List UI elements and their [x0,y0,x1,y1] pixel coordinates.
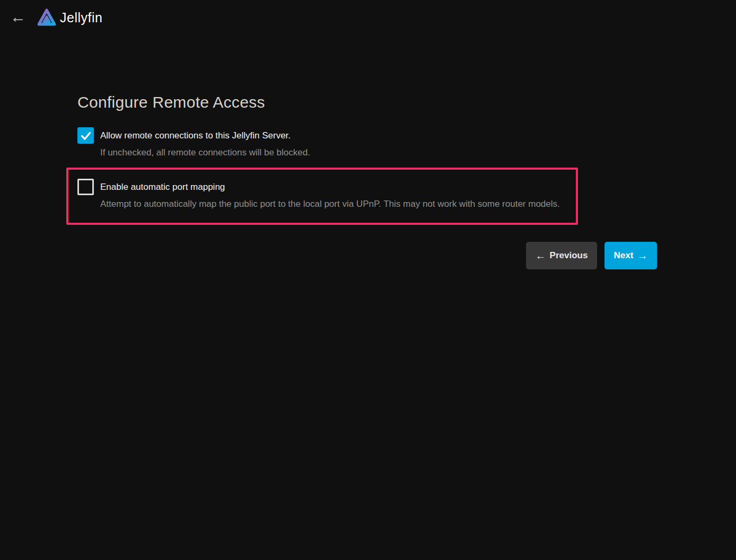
setup-wizard-page: ← Jellyfin Configure Remote Access Allow… [0,0,736,560]
arrow-right-icon: → [637,250,647,261]
jellyfin-logo-icon [35,5,58,30]
arrow-back-icon: ← [10,9,26,25]
automatic-port-mapping-label[interactable]: Enable automatic port mapping [100,182,225,192]
next-button-label: Next [614,250,634,261]
automatic-port-mapping-checkbox[interactable] [77,179,94,195]
next-button[interactable]: Next → [604,242,657,269]
checkmark-icon [80,129,92,142]
page-title: Configure Remote Access [77,93,265,111]
option-automatic-port-mapping: Enable automatic port mapping Attempt to… [77,179,560,209]
allow-remote-connections-checkbox[interactable] [77,127,94,144]
previous-button[interactable]: ← Previous [526,242,597,269]
automatic-port-mapping-description: Attempt to automatically map the public … [100,199,560,209]
back-button[interactable]: ← [7,6,29,28]
app-title: Jellyfin [60,10,102,25]
arrow-left-icon: ← [536,250,546,261]
option-allow-remote-connections: Allow remote connections to this Jellyfi… [77,127,310,158]
wizard-nav-buttons: ← Previous Next → [526,242,657,269]
previous-button-label: Previous [550,250,588,261]
allow-remote-connections-label[interactable]: Allow remote connections to this Jellyfi… [100,130,291,141]
allow-remote-connections-description: If unchecked, all remote connections wil… [100,147,310,158]
